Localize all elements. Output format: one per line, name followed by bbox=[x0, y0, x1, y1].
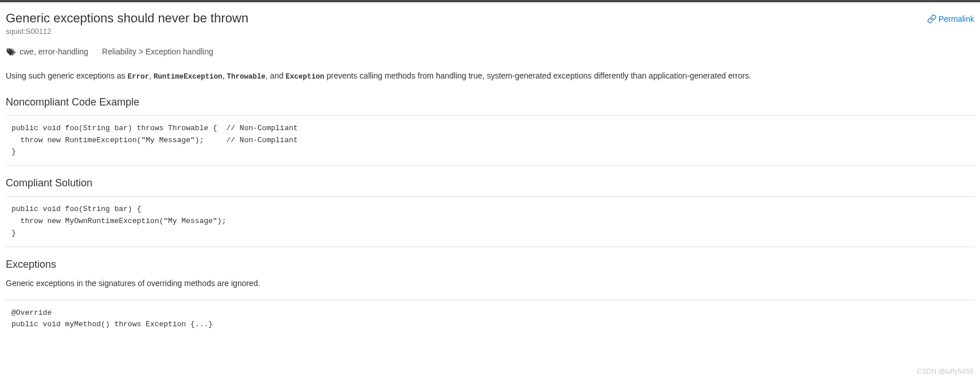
rule-description: Using such generic exceptions as Error, … bbox=[6, 70, 974, 83]
desc-sep1: , bbox=[149, 71, 154, 80]
title-block: Generic exceptions should never be throw… bbox=[6, 11, 927, 47]
page-title: Generic exceptions should never be throw… bbox=[6, 11, 927, 26]
breadcrumb: Reliability > Exception handling bbox=[102, 47, 213, 56]
top-bar bbox=[0, 0, 980, 2]
desc-code-runtimeexception: RuntimeException bbox=[154, 73, 222, 81]
tags-text: cwe, error-handling bbox=[19, 47, 88, 56]
tags-icon bbox=[6, 48, 16, 56]
tags-block: cwe, error-handling bbox=[6, 47, 88, 56]
desc-sep2: , bbox=[222, 71, 227, 80]
svg-point-0 bbox=[7, 49, 9, 50]
exceptions-description: Generic exceptions in the signatures of … bbox=[6, 278, 974, 290]
compliant-heading: Compliant Solution bbox=[6, 177, 974, 189]
link-icon bbox=[927, 14, 936, 24]
desc-code-error: Error bbox=[127, 73, 149, 81]
desc-code-exception: Exception bbox=[286, 73, 325, 81]
rule-key: squid:S00112 bbox=[6, 27, 927, 36]
header-row: Generic exceptions should never be throw… bbox=[6, 11, 974, 47]
desc-sep3: , and bbox=[266, 71, 286, 80]
compliant-code: public void foo(String bar) { throw new … bbox=[6, 196, 974, 247]
desc-suffix: prevents calling methods from handling t… bbox=[325, 71, 752, 80]
permalink-label: Permalink bbox=[939, 14, 974, 24]
noncompliant-heading: Noncompliant Code Example bbox=[6, 96, 974, 108]
exceptions-heading: Exceptions bbox=[6, 259, 974, 271]
meta-row: cwe, error-handling Reliability > Except… bbox=[6, 47, 974, 56]
noncompliant-code: public void foo(String bar) throws Throw… bbox=[6, 115, 974, 166]
desc-code-throwable: Throwable bbox=[227, 73, 266, 81]
desc-prefix: Using such generic exceptions as bbox=[6, 71, 127, 80]
exceptions-code: @Override public void myMethod() throws … bbox=[6, 300, 974, 338]
permalink-link[interactable]: Permalink bbox=[927, 14, 974, 24]
